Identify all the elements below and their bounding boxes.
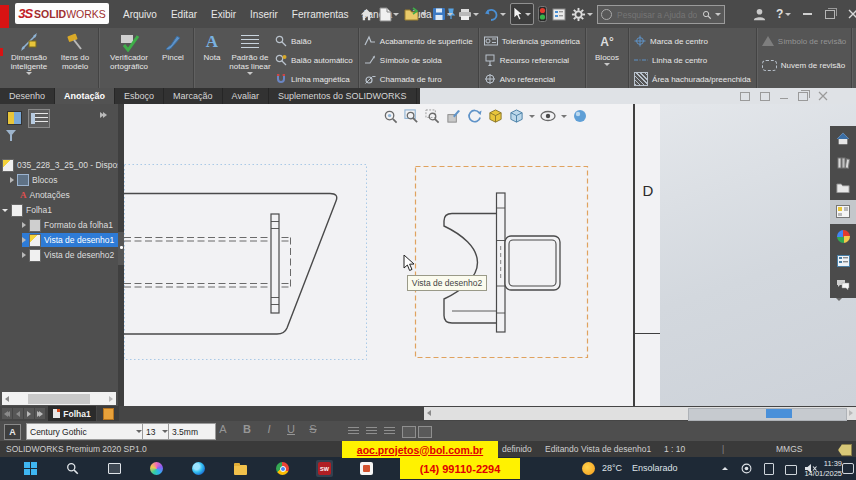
- display-pane-tab[interactable]: [28, 109, 50, 128]
- weather-temp[interactable]: 28°C: [602, 463, 622, 473]
- search-scope-icon[interactable]: [601, 9, 612, 20]
- hole-callout-button[interactable]: Chamada de furo: [364, 71, 473, 87]
- text-height-field[interactable]: 3.5mm: [168, 423, 216, 440]
- task-pane-home-icon[interactable]: [830, 126, 856, 151]
- file-explorer-icon[interactable]: [232, 460, 249, 477]
- 3d-drawing-view-icon[interactable]: [487, 108, 503, 124]
- center-mark-button[interactable]: Marca de centro: [634, 33, 751, 49]
- menu-inserir[interactable]: Inserir: [243, 0, 285, 28]
- blocks-dropdown-icon[interactable]: [604, 63, 610, 66]
- auto-balloon-button[interactable]: Balão automático: [275, 52, 353, 68]
- scroll-right-icon[interactable]: [109, 396, 113, 402]
- doc-restore-icon[interactable]: [798, 92, 808, 101]
- linear-note-pattern-button[interactable]: Padrão de notas linear: [227, 30, 273, 88]
- note-button[interactable]: A Nota: [197, 30, 227, 88]
- view-settings-icon[interactable]: [572, 108, 588, 124]
- tree-item-vista-de-desenho1[interactable]: Vista de desenho1: [22, 233, 118, 247]
- first-sheet-button[interactable]: [2, 408, 12, 419]
- save-button[interactable]: [431, 4, 454, 24]
- help-button[interactable]: ?: [776, 7, 791, 21]
- menu-arquivo[interactable]: Arquivo: [116, 0, 164, 28]
- drawing-view-2[interactable]: [415, 166, 588, 358]
- task-pane-collapse-icon[interactable]: [836, 301, 842, 319]
- note-format-icon[interactable]: A: [4, 424, 21, 440]
- expand-arrow-icon[interactable]: [22, 222, 26, 228]
- menu-editar[interactable]: Editar: [164, 0, 204, 28]
- align-center-icon[interactable]: [366, 427, 377, 435]
- open-dropdown-icon[interactable]: [421, 13, 427, 16]
- help-dropdown-icon[interactable]: [785, 13, 791, 16]
- feature-tree-tab[interactable]: [4, 109, 24, 126]
- model-items-button[interactable]: Itens do modelo: [55, 30, 95, 88]
- weld-symbol-button[interactable]: Símbolo de solda: [364, 52, 473, 68]
- last-sheet-button[interactable]: [35, 408, 45, 419]
- options-button[interactable]: [570, 4, 594, 24]
- underline-button[interactable]: U: [282, 423, 300, 435]
- scroll-left-icon[interactable]: [5, 396, 9, 402]
- tree-item-vista-de-desenho2[interactable]: Vista de desenho2: [22, 248, 114, 262]
- search-icon[interactable]: [702, 10, 712, 20]
- solidworks-taskbar-icon[interactable]: SW: [316, 460, 333, 477]
- next-sheet-button[interactable]: [24, 408, 34, 419]
- tray-record-icon[interactable]: [738, 460, 755, 477]
- datum-feature-button[interactable]: Recurso referencial: [484, 52, 580, 68]
- open-button[interactable]: [403, 4, 428, 24]
- text-box-icon[interactable]: [402, 426, 416, 438]
- tray-device-icon[interactable]: [760, 460, 777, 477]
- file-properties-button[interactable]: [551, 4, 567, 24]
- magnetic-line-button[interactable]: Linha magnética: [275, 71, 353, 87]
- menu-exibir[interactable]: Exibir: [204, 0, 243, 28]
- tree-item-folha1[interactable]: Folha1: [2, 203, 52, 217]
- centerline-button[interactable]: Linha de centro: [634, 52, 751, 68]
- font-family-combo[interactable]: Century Gothic: [26, 423, 146, 440]
- tab-marcacao[interactable]: Marcação: [164, 88, 223, 104]
- forum-icon[interactable]: [830, 273, 856, 298]
- add-sheet-tab[interactable]: [97, 406, 119, 421]
- units-value[interactable]: MMGS: [776, 444, 802, 454]
- area-hatch-button[interactable]: Área hachurada/preenchida: [634, 71, 751, 87]
- tab-esboco[interactable]: Esboço: [115, 88, 164, 104]
- options-dropdown-icon[interactable]: [587, 13, 593, 16]
- scroll-right-icon[interactable]: [849, 410, 853, 416]
- tab-avaliar[interactable]: Avaliar: [223, 88, 269, 104]
- text-pattern-icon[interactable]: [418, 426, 432, 438]
- new-document-dropdown-icon[interactable]: [393, 13, 399, 16]
- notification-center-icon[interactable]: [842, 463, 854, 474]
- tree-item-anotacoes[interactable]: A Anotações: [20, 188, 70, 202]
- align-left-icon[interactable]: [348, 427, 359, 435]
- display-style-icon[interactable]: [540, 108, 556, 124]
- design-library-icon[interactable]: [830, 151, 856, 176]
- undo-dropdown-icon[interactable]: [500, 13, 506, 16]
- select-dropdown-icon[interactable]: [525, 13, 531, 16]
- tree-item-blocos[interactable]: Blocos: [10, 173, 58, 187]
- undo-button[interactable]: [483, 4, 507, 24]
- tags-icon[interactable]: [838, 444, 852, 456]
- tree-horizontal-scrollbar[interactable]: [2, 392, 116, 405]
- task-view-button[interactable]: [106, 460, 123, 477]
- search-dropdown-icon[interactable]: [715, 13, 721, 16]
- home-button[interactable]: [358, 4, 375, 24]
- geometric-tolerance-button[interactable]: Tolerância geométrica: [484, 33, 580, 49]
- custom-properties-icon[interactable]: [830, 249, 856, 274]
- revision-cloud-button[interactable]: Nuvem de revisão: [762, 57, 846, 73]
- surface-finish-button[interactable]: Acabamento de superfície: [364, 33, 473, 49]
- strikethrough-button[interactable]: S: [304, 423, 322, 435]
- rotate-view-icon[interactable]: [466, 108, 482, 124]
- sheet-scale-value[interactable]: 1 : 10: [664, 444, 685, 454]
- chrome-icon[interactable]: [274, 460, 291, 477]
- tray-expand-icon[interactable]: [716, 460, 733, 477]
- new-document-button[interactable]: [378, 4, 400, 24]
- copilot-icon[interactable]: [148, 460, 165, 477]
- smart-dimension-dropdown-icon[interactable]: [26, 72, 32, 75]
- smart-dimension-button[interactable]: Dimensão inteligente: [3, 30, 55, 88]
- tab-anotacao[interactable]: Anotação: [55, 88, 115, 104]
- italic-button[interactable]: I: [260, 423, 278, 435]
- powerpoint-icon[interactable]: [358, 460, 375, 477]
- user-account-icon[interactable]: [752, 7, 767, 22]
- print-dropdown-icon[interactable]: [473, 13, 479, 16]
- search-input[interactable]: [615, 9, 699, 21]
- sheet-tab-folha1[interactable]: Folha1: [48, 406, 96, 421]
- doc-minimize-icon[interactable]: [780, 98, 788, 100]
- rebuild-button[interactable]: [537, 4, 548, 24]
- doc-close-icon[interactable]: [818, 91, 828, 101]
